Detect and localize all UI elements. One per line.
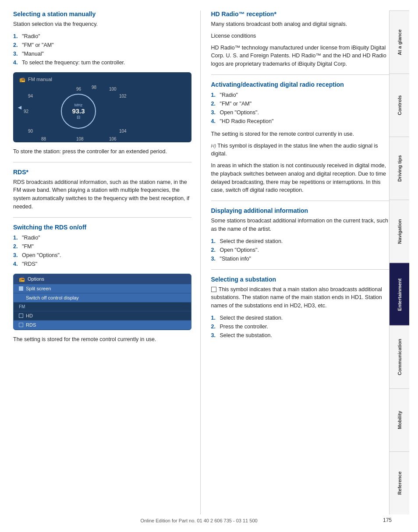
section-selecting-station: Selecting a station manually Station sel…: [13, 11, 191, 156]
section-title-switching-rds: Switching the RDS on/off: [13, 224, 191, 231]
page-wrapper: Selecting a station manually Station sel…: [0, 0, 418, 532]
sidebar-tab-at-a-glance[interactable]: At a glance: [390, 11, 409, 74]
step-1: 1."Radio": [13, 32, 191, 41]
section-activating-digital: Activating/deactivating digital radio re…: [211, 81, 390, 194]
left-column: Selecting a station manually Station sel…: [13, 11, 201, 514]
sidebar-tab-controls[interactable]: Controls: [390, 74, 409, 137]
section-title-selecting-substation: Selecting a substation: [211, 276, 390, 283]
freq-106: 106: [109, 137, 117, 141]
substation-steps: 1.Select the desired station. 2.Press th…: [211, 314, 390, 340]
step-2: 2."FM" or "AM": [13, 41, 191, 49]
options-item-hd: HD: [14, 311, 191, 321]
hd-radio-desc1: Many stations broadcast both analog and …: [211, 20, 390, 28]
dial-area: 96 98 100 102 104 106 108 94 92 90 88: [19, 85, 185, 142]
switching-rds-steps: 1."Radio" 2."FM" 3.Open "Options". 4."RD…: [13, 233, 191, 268]
sidebar-tab-communication[interactable]: Communication: [390, 325, 409, 388]
page-footer: Online Edition for Part no. 01 40 2 606 …: [0, 518, 398, 523]
divider-4: [211, 201, 390, 201]
displaying-info-steps: 1.Select the desired station. 2.Open "Op…: [211, 237, 390, 263]
section-selecting-substation: Selecting a substation This symbol indic…: [211, 276, 390, 340]
step-4: 4.To select the frequency: turn the cont…: [13, 58, 191, 67]
divider-1: [13, 162, 191, 162]
displaying-info-description: Some stations broadcast additional infor…: [211, 217, 390, 233]
freq-102: 102: [119, 94, 127, 99]
options-display: 📻 Options Split screen Switch off contro…: [13, 274, 191, 330]
selecting-station-steps: 1."Radio" 2."FM" or "AM" 3."Manual" 4.To…: [13, 32, 191, 67]
rds-description: RDS broadcasts additional information, s…: [13, 178, 191, 211]
hd-radio-desc2: License conditions: [211, 32, 390, 40]
sub-step-1: 1.Select the desired station.: [211, 314, 390, 322]
checkbox-rds: [19, 323, 23, 327]
section-title-displaying-info: Displaying additional information: [211, 207, 390, 214]
checkbox-hd: [19, 314, 23, 318]
freq-96: 96: [76, 87, 81, 92]
rds-step-4: 4."RDS": [13, 260, 191, 268]
section-title-hd-radio: HD Radio™ reception*: [211, 11, 390, 18]
dial-unit: MHz: [74, 103, 83, 107]
dial-frequency: 93.3: [72, 107, 85, 115]
activating-after-steps-text: The setting is stored for the remote con…: [211, 130, 390, 138]
sidebar-tab-entertainment[interactable]: Entertainment: [390, 263, 409, 326]
freq-90: 90: [28, 129, 33, 134]
sidebar-tab-mobility[interactable]: Mobility: [390, 388, 409, 451]
freq-104: 104: [119, 129, 127, 134]
section-switching-rds: Switching the RDS on/off 1."Radio" 2."FM…: [13, 224, 191, 344]
rds-step-2: 2."FM": [13, 242, 191, 251]
substation-description: This symbol indicates that a main statio…: [211, 285, 390, 310]
act-step-1: 1."Radio": [211, 91, 390, 99]
rds-step-3: 3.Open "Options".: [13, 251, 191, 260]
dial-circle: MHz 93.3 ⊟: [61, 94, 96, 129]
options-item-fm-label: FM: [14, 303, 191, 311]
substation-icon: [211, 287, 216, 292]
freq-100: 100: [109, 87, 117, 92]
act-step-4: 4."HD Radio Reception": [211, 117, 390, 126]
after-image-text-2: The setting is stored for the remote con…: [13, 335, 191, 344]
footer-text: Online Edition for Part no. 01 40 2 606 …: [140, 518, 257, 523]
sidebar-tab-reference[interactable]: Reference: [390, 451, 409, 514]
divider-5: [211, 269, 390, 270]
fm-title-bar: 📻 FM manual: [19, 77, 185, 82]
activating-digital-steps: 1."Radio" 2."FM" or "AM" 3.Open "Options…: [211, 91, 390, 126]
act-step-2: 2."FM" or "AM": [211, 99, 390, 108]
options-item-switch-control: Switch off control display: [14, 293, 191, 303]
options-item-split-screen: Split screen: [14, 284, 191, 293]
fm-icon: 📻: [19, 77, 25, 82]
disp-step-2: 2.Open "Options".: [211, 246, 390, 254]
selecting-station-description: Station selection via the frequency.: [13, 20, 191, 28]
options-item-rds: RDS: [14, 321, 191, 330]
right-column: HD Radio™ reception* Many stations broad…: [201, 11, 390, 514]
freq-88: 88: [41, 137, 46, 141]
section-displaying-info: Displaying additional information Some s…: [211, 207, 390, 263]
sidebar-tab-driving-tips[interactable]: Driving tips: [390, 137, 409, 200]
options-icon: 📻: [19, 276, 25, 282]
options-title: 📻 Options: [14, 274, 191, 284]
section-title-rds: RDS*: [13, 169, 191, 176]
section-title-activating-digital: Activating/deactivating digital radio re…: [211, 81, 390, 88]
freq-94: 94: [28, 94, 33, 99]
fm-display: 📻 FM manual ◄ 96 98 100 102 104 106 108: [13, 72, 191, 142]
section-hd-radio: HD Radio™ reception* Many stations broad…: [211, 11, 390, 68]
checkbox-split-screen: [19, 286, 23, 291]
sub-step-2: 2.Press the controller.: [211, 322, 390, 331]
hd-symbol-text: H) This symbol is displayed in the statu…: [211, 142, 390, 159]
sidebar: At a glance Controls Driving tips Naviga…: [389, 11, 409, 514]
step-3: 3."Manual": [13, 49, 191, 58]
rds-step-1: 1."Radio": [13, 233, 191, 242]
freq-108: 108: [76, 137, 84, 141]
disp-step-3: 3."Station info": [211, 254, 390, 263]
divider-3: [211, 74, 390, 75]
section-rds: RDS* RDS broadcasts additional informati…: [13, 169, 191, 211]
hd-radio-desc3: HD Radio™ technology manufactured under …: [211, 44, 390, 68]
disp-step-1: 1.Select the desired station.: [211, 237, 390, 246]
freq-92: 92: [24, 109, 28, 114]
divider-2: [13, 217, 191, 218]
sub-step-3: 3.Select the substation.: [211, 331, 390, 340]
freq-98: 98: [92, 85, 96, 90]
sidebar-tab-navigation[interactable]: Navigation: [390, 200, 409, 263]
fm-display-title: FM manual: [28, 77, 52, 82]
after-image-text-1: To store the station: press the controll…: [13, 148, 191, 156]
digital-areas-text: In areas in which the station is not con…: [211, 162, 390, 194]
hd-symbol-icon: H): [211, 143, 216, 148]
main-content: Selecting a station manually Station sel…: [0, 0, 418, 532]
section-title-selecting-station: Selecting a station manually: [13, 11, 191, 18]
